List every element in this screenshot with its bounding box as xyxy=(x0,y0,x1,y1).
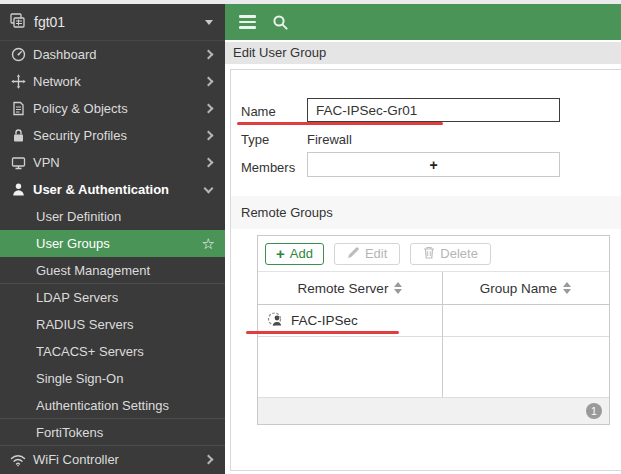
sidebar-item-label: RADIUS Servers xyxy=(36,317,134,332)
lock-icon xyxy=(9,128,27,143)
sidebar-item-label: Policy & Objects xyxy=(33,101,128,116)
sidebar-item-ldap-servers[interactable]: LDAP Servers xyxy=(0,284,225,311)
row-count-badge: 1 xyxy=(586,403,602,419)
sidebar-item-label: Authentication Settings xyxy=(36,398,169,413)
sidebar-item-label: Guest Management xyxy=(36,263,150,278)
column-header-group-name[interactable]: Group Name xyxy=(442,272,609,304)
add-button[interactable]: + Add xyxy=(265,243,324,265)
sidebar-item-label: Network xyxy=(33,74,81,89)
delete-button-label: Delete xyxy=(440,246,478,261)
remote-groups-table: + Add Edit xyxy=(257,235,610,425)
remote-groups-section-header: Remote Groups xyxy=(231,196,621,229)
sidebar-item-guest-management[interactable]: Guest Management xyxy=(0,257,225,284)
add-button-label: Add xyxy=(290,246,313,261)
sidebar-item-wifi-controller[interactable]: WiFi Controller xyxy=(0,446,225,473)
annotation-underline-name xyxy=(237,122,443,125)
policy-document-icon xyxy=(9,101,27,116)
delete-button[interactable]: Delete xyxy=(410,243,491,265)
page-title: Edit User Group xyxy=(225,42,621,64)
sidebar-item-label: User Groups xyxy=(36,236,110,251)
plus-icon: + xyxy=(429,157,437,173)
chevron-right-icon xyxy=(204,104,214,114)
members-add-field[interactable]: + xyxy=(307,152,560,177)
type-label: Type xyxy=(241,132,269,147)
favorite-star-icon[interactable]: ☆ xyxy=(202,236,215,251)
sidebar-item-label: WiFi Controller xyxy=(33,452,119,467)
sidebar-item-fortitokens[interactable]: FortiTokens xyxy=(0,419,225,446)
sort-icon[interactable] xyxy=(563,282,571,294)
pencil-icon xyxy=(347,246,360,262)
sidebar-item-label: TACACS+ Servers xyxy=(36,344,144,359)
sidebar-item-user-groups[interactable]: User Groups ☆ xyxy=(0,230,225,257)
table-header-row: Remote Server Group Name xyxy=(258,272,609,305)
sidebar-item-label: User & Authentication xyxy=(33,182,169,197)
device-selector[interactable]: fgt01 xyxy=(0,4,225,41)
chevron-right-icon xyxy=(204,158,214,168)
edit-button-label: Edit xyxy=(365,246,387,261)
user-icon xyxy=(9,182,27,197)
sidebar-item-label: VPN xyxy=(33,155,60,170)
edit-user-group-panel: Name Type Firewall Members + Remote Grou… xyxy=(230,69,621,471)
chevron-down-icon xyxy=(204,183,214,193)
type-value: Firewall xyxy=(307,132,352,147)
menu-hamburger-icon[interactable] xyxy=(239,15,256,29)
sort-icon[interactable] xyxy=(394,282,402,294)
sidebar-item-label: User Definition xyxy=(36,209,121,224)
sidebar-item-radius-servers[interactable]: RADIUS Servers xyxy=(0,311,225,338)
remote-server-cell: FAC-IPSec xyxy=(291,313,358,328)
sidebar-item-label: Dashboard xyxy=(33,47,97,62)
main-content: Edit User Group Name Type Firewall Membe… xyxy=(225,4,621,474)
radius-server-icon xyxy=(267,311,284,330)
wifi-icon xyxy=(9,453,27,467)
members-label: Members xyxy=(241,160,295,175)
table-footer: 1 xyxy=(258,397,609,424)
sidebar-item-label: Security Profiles xyxy=(33,128,127,143)
gauge-icon xyxy=(9,47,27,62)
sidebar-item-security-profiles[interactable]: Security Profiles xyxy=(0,122,225,149)
device-stack-icon xyxy=(9,13,27,32)
chevron-right-icon xyxy=(204,50,214,60)
column-header-remote-server[interactable]: Remote Server xyxy=(258,272,442,304)
plus-icon: + xyxy=(276,246,285,261)
sidebar-item-label: Single Sign-On xyxy=(36,371,123,386)
sidebar-item-tacacs-servers[interactable]: TACACS+ Servers xyxy=(0,338,225,365)
column-label: Remote Server xyxy=(298,281,389,296)
edit-button[interactable]: Edit xyxy=(334,243,400,265)
annotation-underline-row xyxy=(246,331,399,334)
monitor-icon xyxy=(9,155,27,170)
device-name: fgt01 xyxy=(34,14,65,30)
column-divider xyxy=(442,272,443,399)
move-arrows-icon xyxy=(9,74,27,89)
top-toolbar xyxy=(225,4,621,40)
sidebar-item-label: LDAP Servers xyxy=(36,290,118,305)
column-label: Group Name xyxy=(480,281,557,296)
chevron-right-icon xyxy=(204,455,214,465)
name-label: Name xyxy=(241,104,276,119)
sidebar-item-authentication-settings[interactable]: Authentication Settings xyxy=(0,392,225,419)
fortigate-app-window: fgt01 Dashboard Network xyxy=(0,0,621,474)
table-toolbar: + Add Edit xyxy=(258,236,609,272)
sidebar-item-policy-objects[interactable]: Policy & Objects xyxy=(0,95,225,122)
caret-down-icon xyxy=(205,20,213,25)
sidebar: fgt01 Dashboard Network xyxy=(0,4,225,474)
chevron-right-icon xyxy=(204,131,214,141)
name-input[interactable] xyxy=(307,98,560,122)
sidebar-item-label: FortiTokens xyxy=(36,425,103,440)
sidebar-item-vpn[interactable]: VPN xyxy=(0,149,225,176)
sidebar-item-user-definition[interactable]: User Definition xyxy=(0,203,225,230)
sidebar-item-dashboard[interactable]: Dashboard xyxy=(0,41,225,68)
search-icon[interactable] xyxy=(272,14,289,31)
trash-icon xyxy=(423,246,435,262)
chevron-right-icon xyxy=(204,77,214,87)
sidebar-item-user-authentication[interactable]: User & Authentication xyxy=(0,176,225,203)
sidebar-item-single-sign-on[interactable]: Single Sign-On xyxy=(0,365,225,392)
sidebar-item-network[interactable]: Network xyxy=(0,68,225,95)
remote-groups-title: Remote Groups xyxy=(231,196,621,229)
